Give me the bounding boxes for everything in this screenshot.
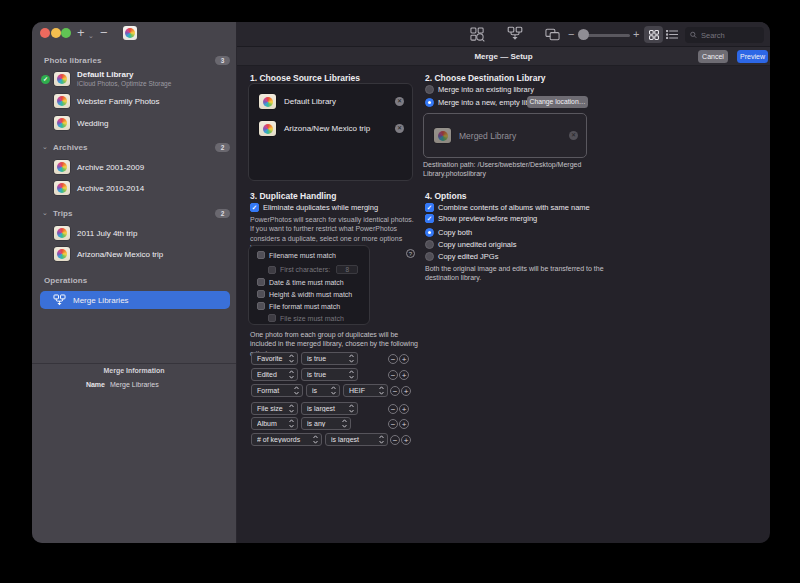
- radio-label: Merge into an existing library: [438, 85, 534, 94]
- checkbox-date-time-match[interactable]: Date & time must match: [257, 278, 344, 286]
- minimize-window-button[interactable]: [51, 28, 61, 38]
- remove-criterion-button[interactable]: −: [388, 354, 398, 364]
- sidebar-item-wedding[interactable]: Wedding: [54, 116, 108, 130]
- checkbox-icon[interactable]: [257, 251, 265, 259]
- add-criterion-button[interactable]: +: [399, 370, 409, 380]
- checkbox-combine-albums[interactable]: Combine contents of albums with same nam…: [425, 203, 590, 212]
- trips-count-badge: 2: [215, 209, 230, 218]
- criterion-field-dropdown[interactable]: # of keywords: [251, 433, 322, 446]
- sidebar-item-archive-2010-2014[interactable]: Archive 2010-2014: [54, 181, 144, 195]
- add-criterion-button[interactable]: +: [399, 354, 409, 364]
- updown-chevrons-icon: [289, 404, 294, 413]
- remove-criterion-button[interactable]: −: [388, 370, 398, 380]
- group-label-archives[interactable]: Archives: [53, 143, 88, 152]
- list-view-button[interactable]: [666, 30, 678, 39]
- sidebar-item-default-library[interactable]: Default Library iCloud Photos, Optimize …: [54, 70, 171, 87]
- radio-copy-both[interactable]: Copy both: [425, 228, 472, 237]
- remove-criterion-button[interactable]: −: [390, 386, 400, 396]
- search-field[interactable]: [685, 27, 764, 43]
- criterion-field-dropdown[interactable]: Edited: [251, 368, 298, 381]
- radio-copy-unedited[interactable]: Copy unedited originals: [425, 240, 516, 249]
- radio-icon[interactable]: [425, 85, 434, 94]
- checkbox-label: File size must match: [280, 315, 344, 322]
- radio-icon[interactable]: [425, 98, 434, 107]
- sidebar-item-merge-libraries[interactable]: Merge Libraries: [40, 291, 230, 309]
- checkbox-file-format-match[interactable]: File format must match: [257, 302, 340, 310]
- cancel-button[interactable]: Cancel: [698, 50, 728, 63]
- change-location-button[interactable]: Change location…: [527, 96, 588, 108]
- sidebar-item-webster-family-photos[interactable]: Webster Family Photos: [54, 94, 160, 108]
- merge-libraries-label: Merge Libraries: [73, 296, 129, 305]
- zoom-window-button[interactable]: [61, 28, 71, 38]
- criterion-operator-dropdown[interactable]: is true: [301, 352, 358, 365]
- criterion-operator-dropdown[interactable]: is: [306, 384, 340, 397]
- checkbox-icon[interactable]: [425, 214, 434, 223]
- remove-source-library-icon[interactable]: [395, 97, 404, 106]
- grid-view-button[interactable]: [644, 26, 663, 43]
- criterion-field-dropdown[interactable]: Format: [251, 384, 303, 397]
- source-library-row[interactable]: Default Library: [259, 94, 404, 109]
- chevron-down-icon[interactable]: ⌄: [42, 143, 48, 151]
- radio-copy-edited-jpgs[interactable]: Copy edited JPGs: [425, 252, 498, 261]
- destination-library-name: Merged Library: [459, 131, 561, 141]
- sidebar-item-arizona-new-mexico-trip[interactable]: Arizona/New Mexico trip: [54, 247, 163, 261]
- preview-button[interactable]: Preview: [737, 50, 768, 63]
- add-library-chevron-icon[interactable]: ⌄: [88, 28, 94, 44]
- library-name: Arizona/New Mexico trip: [77, 250, 163, 259]
- criterion-field-dropdown[interactable]: Album: [251, 417, 298, 430]
- radio-icon[interactable]: [425, 240, 434, 249]
- radio-merge-new[interactable]: Merge into a new, empty library: [425, 98, 542, 107]
- checkbox-first-characters[interactable]: First characters: 8: [268, 265, 358, 274]
- criterion-field-dropdown[interactable]: Favorite: [251, 352, 298, 365]
- radio-label: Copy both: [438, 228, 472, 237]
- add-criterion-button[interactable]: +: [399, 419, 409, 429]
- close-window-button[interactable]: [40, 28, 50, 38]
- checkbox-icon[interactable]: [257, 278, 265, 286]
- radio-icon[interactable]: [425, 228, 434, 237]
- photo-libraries-count-badge: 3: [215, 56, 230, 65]
- copy-photos-icon[interactable]: [545, 27, 560, 42]
- checkbox-eliminate-duplicates[interactable]: Eliminate duplicates while merging: [250, 203, 378, 212]
- sidebar-item-archive-2001-2009[interactable]: Archive 2001-2009: [54, 160, 144, 174]
- add-criterion-button[interactable]: +: [401, 386, 411, 396]
- checkbox-show-preview[interactable]: Show preview before merging: [425, 214, 537, 223]
- zoom-out-icon[interactable]: −: [568, 28, 574, 40]
- checkbox-icon[interactable]: [257, 302, 265, 310]
- checkbox-filename-match[interactable]: Filename must match: [257, 251, 336, 259]
- section-title-duplicate-handling: 3. Duplicate Handling: [250, 191, 336, 201]
- group-label-trips[interactable]: Trips: [53, 209, 73, 218]
- source-library-row[interactable]: Arizona/New Mexico trip: [259, 121, 404, 136]
- remove-criterion-button[interactable]: −: [388, 419, 398, 429]
- sidebar-item-2011-july-4th-trip[interactable]: 2011 July 4th trip: [54, 226, 137, 240]
- sidebar: + ⌄ − Photo libraries 3 Default Library …: [32, 22, 237, 543]
- criterion-field-dropdown[interactable]: File size: [251, 402, 298, 415]
- radio-icon[interactable]: [425, 252, 434, 261]
- remove-criterion-button[interactable]: −: [390, 435, 400, 445]
- remove-criterion-button[interactable]: −: [388, 404, 398, 414]
- chevron-down-icon[interactable]: ⌄: [42, 209, 48, 217]
- checkbox-height-width-match[interactable]: Height & width must match: [257, 290, 352, 298]
- criterion-value-dropdown[interactable]: HEIF: [343, 384, 388, 397]
- group-label-operations: Operations: [44, 276, 87, 285]
- merge-toolbar-icon[interactable]: [507, 26, 523, 42]
- checkbox-icon[interactable]: [257, 290, 265, 298]
- find-duplicates-icon[interactable]: [470, 27, 485, 42]
- criterion-operator-dropdown[interactable]: is largest: [301, 402, 358, 415]
- remove-source-library-icon[interactable]: [395, 124, 404, 133]
- radio-merge-existing[interactable]: Merge into an existing library: [425, 85, 534, 94]
- criterion-operator-dropdown[interactable]: is true: [301, 368, 358, 381]
- checkbox-icon[interactable]: [425, 203, 434, 212]
- search-input[interactable]: [701, 31, 759, 40]
- zoom-slider[interactable]: [578, 29, 589, 40]
- checkbox-icon[interactable]: [250, 203, 259, 212]
- zoom-in-icon[interactable]: +: [633, 28, 639, 40]
- remove-library-button[interactable]: −: [100, 25, 108, 41]
- add-criterion-button[interactable]: +: [399, 404, 409, 414]
- criterion-operator-dropdown[interactable]: is any: [301, 417, 351, 430]
- library-name: Archive 2010-2014: [77, 184, 144, 193]
- criterion-row: Favorite is true − +: [251, 352, 409, 365]
- help-icon[interactable]: ?: [406, 249, 415, 258]
- criterion-operator-dropdown[interactable]: is largest: [325, 433, 388, 446]
- add-criterion-button[interactable]: +: [401, 435, 411, 445]
- add-library-button[interactable]: +: [77, 25, 85, 41]
